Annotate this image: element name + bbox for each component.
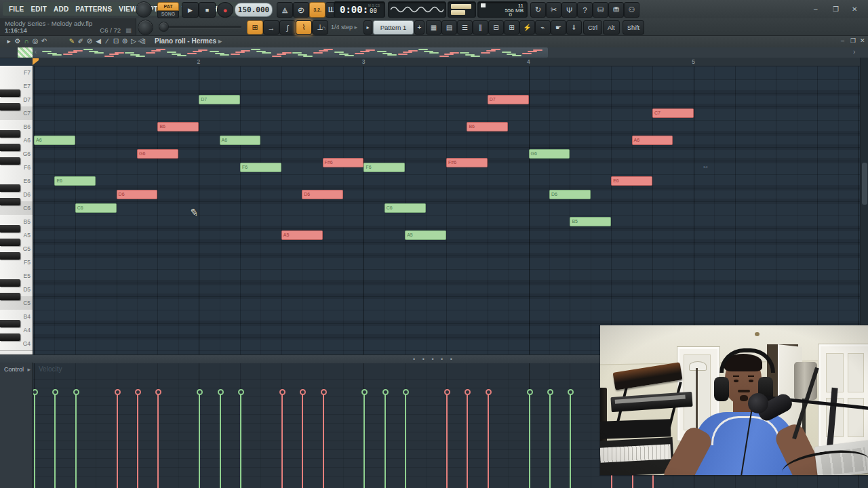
velocity-handle[interactable] — [135, 389, 141, 395]
help-button[interactable]: ? — [577, 2, 593, 18]
note-d7[interactable]: D7 — [488, 95, 529, 104]
note-e6[interactable]: E6 — [611, 176, 652, 186]
next-empty-pattern-button[interactable]: → — [263, 20, 279, 35]
velocity-stem-d6[interactable] — [549, 392, 551, 488]
zoom-tool-icon[interactable]: ⊕ — [120, 36, 130, 46]
velocity-stem-f#6[interactable] — [446, 392, 448, 488]
piano-key-black[interactable] — [0, 198, 20, 205]
velocity-handle[interactable] — [527, 389, 533, 395]
velocity-stem-d7[interactable] — [199, 392, 200, 488]
brush-tool-icon[interactable]: ✐ — [76, 36, 85, 46]
piano-roll-title[interactable]: Piano roll - Hermes ▸ — [155, 37, 222, 45]
note-d6[interactable]: D6 — [117, 190, 158, 199]
control-lane-selector[interactable]: Control ▸ — [0, 363, 33, 488]
note-a6[interactable]: A6 — [632, 136, 673, 145]
channel-rack-button[interactable]: ☰ — [457, 20, 473, 35]
piano-key-black[interactable] — [0, 252, 20, 260]
piano-key-black[interactable] — [0, 320, 20, 327]
pr-minimize-button[interactable]: – — [841, 37, 844, 44]
velocity-stem-a6[interactable] — [220, 392, 221, 488]
velocity-handle[interactable] — [403, 389, 409, 395]
note-b6[interactable]: B6 — [467, 122, 508, 131]
velocity-stem-b6[interactable] — [157, 392, 159, 488]
undo-icon[interactable]: ↶ — [39, 36, 49, 46]
note-f6[interactable]: F6 — [240, 163, 281, 172]
scroll-left-icon[interactable]: ‹ — [35, 48, 37, 56]
pr-restore-button[interactable]: ❐ — [850, 37, 856, 44]
wait-for-input-button[interactable]: ◴ — [293, 2, 309, 18]
shuffle-slider-handle[interactable] — [159, 22, 169, 32]
velocity-stem-b6[interactable] — [467, 392, 468, 488]
pr-close-button[interactable]: ✕ — [860, 37, 865, 44]
note-c7[interactable]: C7 — [652, 108, 694, 118]
remote-button[interactable]: ⇓ — [566, 20, 582, 35]
metronome-button[interactable]: ◬ — [277, 2, 293, 18]
note-d6[interactable]: D6 — [302, 190, 343, 199]
restore-button[interactable]: ❐ — [833, 5, 839, 13]
piano-key-black[interactable] — [0, 130, 20, 138]
piano-key-black[interactable] — [0, 89, 20, 97]
menu-file[interactable]: FILE — [5, 5, 27, 13]
save-new-version-button[interactable]: ⛃ — [608, 2, 624, 18]
velocity-stem-a5[interactable] — [405, 392, 406, 488]
preview-speaker-icon[interactable]: ◁) — [138, 37, 144, 44]
timeline-ruler[interactable]: 2345 — [33, 58, 868, 66]
note-c6[interactable]: C6 — [75, 203, 117, 213]
play-button[interactable]: ▶ — [182, 2, 199, 18]
cut-button[interactable]: ✂ — [546, 2, 561, 18]
mixer-button[interactable]: ∥ — [473, 20, 488, 35]
plugin-picker-button[interactable]: ⚡ — [519, 20, 535, 35]
piano-key-black[interactable] — [0, 293, 20, 300]
shuffle-slider-track[interactable] — [161, 26, 241, 28]
note-d6[interactable]: D6 — [549, 190, 591, 199]
alt-key[interactable]: Alt — [603, 20, 620, 35]
menu-patterns[interactable]: PATTERNS — [72, 5, 115, 13]
piano-roll-button[interactable]: ▤ — [441, 20, 457, 35]
velocity-stem-d7[interactable] — [488, 392, 489, 488]
note-c6[interactable]: C6 — [384, 203, 426, 213]
note-b6[interactable]: B6 — [157, 122, 199, 131]
velocity-handle[interactable] — [33, 389, 38, 395]
velocity-stem-b5[interactable] — [570, 392, 571, 488]
stop-button[interactable]: ■ — [199, 2, 216, 18]
velocity-stem-a5[interactable] — [281, 392, 283, 488]
piano-key-black[interactable] — [0, 333, 20, 341]
velocity-stem-c6[interactable] — [384, 392, 386, 488]
piano-roll-scrollbar[interactable]: ‹ › — [0, 47, 868, 58]
pattern-mode-button[interactable]: PAT — [157, 2, 179, 11]
note-f6[interactable]: F6 — [363, 163, 405, 172]
velocity-stem-f6[interactable] — [363, 392, 365, 488]
velocity-stem-f6[interactable] — [240, 392, 241, 488]
project-picker-button[interactable]: ⊞ — [504, 20, 519, 35]
piano-roll-quick-button[interactable]: ⊞ — [247, 20, 263, 35]
note-g6[interactable]: G6 — [137, 149, 178, 159]
velocity-stem-a6[interactable] — [34, 392, 35, 488]
tempo-display[interactable]: 150.000 — [235, 3, 273, 17]
velocity-handle[interactable] — [52, 389, 58, 395]
slice-tool-icon[interactable]: ∕ — [102, 36, 112, 46]
piano-key-black[interactable] — [0, 157, 20, 165]
typing-to-piano-button[interactable]: ⌇ — [296, 20, 312, 35]
note-g6[interactable]: G6 — [529, 149, 570, 159]
pencil-tool-icon[interactable]: ✎ — [67, 36, 77, 46]
playhead-marker[interactable] — [33, 58, 39, 65]
minimize-button[interactable]: – — [814, 5, 818, 13]
note-b5[interactable]: B5 — [570, 217, 611, 226]
countdown-button[interactable]: 3.2. — [309, 2, 326, 18]
touch-button[interactable]: ☛ — [551, 20, 566, 35]
vertical-scrollbar[interactable] — [860, 58, 868, 354]
velocity-stem-e6[interactable] — [54, 392, 56, 488]
velocity-handle[interactable] — [321, 389, 327, 395]
piano-keyboard[interactable]: F7E7D7C7B6A6G6F6E6D6C6B5A5G5F5E5D5C5B4A4… — [0, 66, 33, 354]
smart-find-button[interactable]: ∫ — [279, 20, 296, 35]
velocity-handle[interactable] — [444, 389, 450, 395]
note-grid[interactable]: A6E6C6D6G6B6D7A6F6A5D6F#6F6C6A5F#6B6D7G6… — [33, 66, 860, 354]
pattern-selector[interactable]: Pattern 1 — [373, 20, 414, 35]
velocity-handle[interactable] — [547, 389, 553, 395]
velocity-handle[interactable] — [568, 389, 574, 395]
tools-icon[interactable]: ⚙ — [13, 36, 22, 46]
pattern-add-button[interactable]: + — [414, 20, 425, 35]
velocity-handle[interactable] — [73, 389, 79, 395]
velocity-handle[interactable] — [218, 389, 224, 395]
piano-key-black[interactable] — [0, 184, 20, 192]
